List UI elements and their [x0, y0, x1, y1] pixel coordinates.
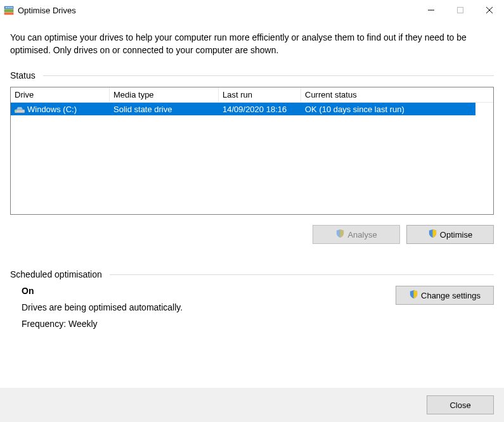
status-section-header: Status	[10, 70, 494, 80]
drive-list[interactable]: Drive Media type Last run Current status…	[10, 87, 494, 215]
scheduled-state: On	[22, 286, 183, 296]
col-header-media[interactable]: Media type	[110, 87, 219, 102]
title-bar: Optimise Drives	[0, 0, 504, 20]
minimize-button[interactable]	[417, 0, 446, 20]
window-controls	[417, 0, 504, 20]
svg-rect-8	[458, 8, 463, 13]
close-window-button[interactable]	[475, 0, 504, 20]
drive-name: Windows (C:)	[27, 105, 77, 114]
maximize-button	[446, 0, 475, 20]
separator-line	[43, 75, 494, 76]
drive-icon	[15, 105, 25, 113]
scheduled-section-header: Scheduled optimisation	[10, 269, 494, 279]
analyse-label: Analyse	[347, 230, 377, 240]
action-button-row: Analyse Optimise	[10, 225, 494, 244]
shield-icon	[335, 229, 345, 240]
scheduled-label: Scheduled optimisation	[10, 269, 102, 279]
optimise-label: Optimise	[440, 230, 472, 240]
scheduled-frequency: Frequency: Weekly	[22, 319, 183, 329]
title-bar-left: Optimise Drives	[4, 5, 76, 15]
scheduled-desc: Drives are being optimised automatically…	[22, 302, 183, 312]
scheduled-info: On Drives are being optimised automatica…	[10, 286, 183, 329]
col-header-last[interactable]: Last run	[219, 87, 301, 102]
col-header-status[interactable]: Current status	[301, 87, 493, 102]
drive-row[interactable]: Windows (C:) Solid state drive 14/09/202…	[11, 103, 475, 115]
change-settings-button[interactable]: Change settings	[396, 286, 494, 305]
svg-rect-3	[6, 7, 7, 8]
svg-rect-1	[4, 10, 13, 12]
shield-icon	[428, 229, 437, 240]
content-area: You can optimise your drives to help you…	[0, 20, 504, 329]
svg-rect-6	[11, 7, 13, 8]
close-button[interactable]: Close	[427, 395, 494, 414]
description-text: You can optimise your drives to help you…	[10, 32, 494, 56]
svg-rect-2	[4, 13, 13, 15]
svg-rect-4	[8, 7, 9, 8]
drive-status: OK (10 days since last run)	[301, 105, 475, 114]
svg-rect-5	[10, 7, 11, 8]
defrag-app-icon	[4, 5, 14, 15]
separator-line	[110, 274, 494, 275]
col-header-drive[interactable]: Drive	[11, 87, 110, 102]
footer: Close	[0, 388, 504, 422]
change-settings-label: Change settings	[421, 291, 481, 300]
shield-icon	[409, 290, 418, 301]
analyse-button: Analyse	[313, 225, 400, 244]
drive-last-run: 14/09/2020 18:16	[219, 105, 301, 114]
column-headers: Drive Media type Last run Current status	[11, 87, 493, 103]
status-label: Status	[10, 70, 36, 80]
scheduled-area: On Drives are being optimised automatica…	[10, 286, 494, 329]
svg-rect-12	[15, 110, 16, 112]
optimise-button[interactable]: Optimise	[406, 225, 494, 244]
close-label: Close	[449, 400, 470, 410]
window-title: Optimise Drives	[18, 6, 76, 15]
drive-media: Solid state drive	[110, 105, 219, 114]
